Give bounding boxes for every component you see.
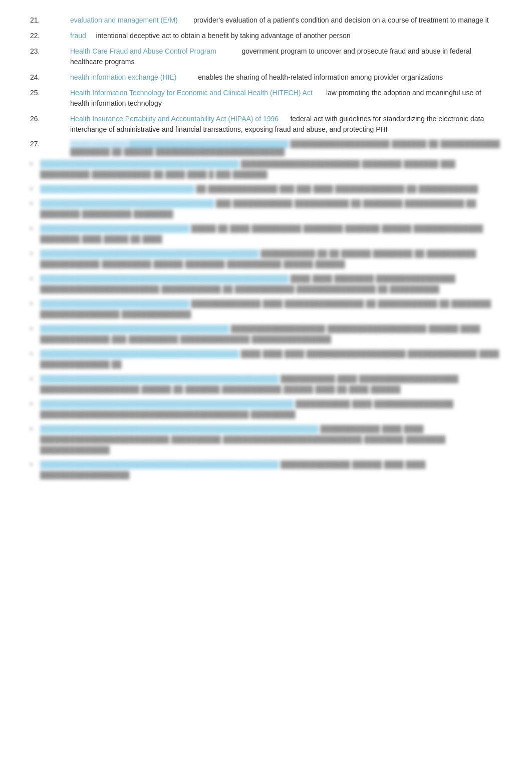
list-item: • ██████████████████████████████████████… [30, 399, 502, 420]
blurred-item-text: ████████████████████████████████████████… [40, 274, 502, 295]
bullet-dot: • [30, 248, 40, 270]
bullet-dot: • [30, 459, 40, 480]
list-item: • ██████████████████████████████████████… [30, 424, 502, 455]
bullet-dot: • [30, 399, 40, 420]
item-number: 23. [30, 46, 70, 67]
blurred-content-27: Health Information █████████████████████… [70, 140, 502, 156]
item-content: health information exchange (HIE) enable… [70, 72, 502, 83]
item-content: Health Insurance Portability and Account… [70, 114, 502, 135]
bullet-dot: • [30, 159, 40, 180]
term-link[interactable]: Health Insurance Portability and Account… [70, 115, 279, 123]
list-item: • ██████████████████████████████████████… [30, 349, 502, 370]
list-item: • ██████████████████████████████████████… [30, 159, 502, 180]
list-item: 24. health information exchange (HIE) en… [30, 72, 502, 83]
item-number: 27. [30, 140, 70, 156]
blurred-item-text: ███████████████████████████████████ ███ … [40, 198, 502, 219]
term-link[interactable]: evaluation and management (E/M) [70, 16, 178, 24]
list-item: • ███████████████████████████████████ ██… [30, 198, 502, 219]
item-content: Health Care Fraud and Abuse Control Prog… [70, 46, 502, 67]
list-item: • ██████████████████████████████████████… [30, 248, 502, 270]
list-item: 22. fraud intentional deceptive act to o… [30, 31, 502, 41]
bullet-dot: • [30, 299, 40, 320]
list-item: 25. Health Information Technology for Ec… [30, 88, 502, 109]
item-content: evaluation and management (E/M) provider… [70, 15, 502, 26]
list-item: 21. evaluation and management (E/M) prov… [30, 15, 502, 26]
blurred-item-text: ████████████████████████████████████████… [40, 159, 502, 180]
bullet-dot: • [30, 349, 40, 370]
list-item: • ██████████████████████████████ █████ █… [30, 223, 502, 244]
bullet-dot: • [30, 324, 40, 345]
blurred-item-text: ████████████████████████████████████████… [40, 349, 502, 370]
item-number: 25. [30, 88, 70, 109]
term-link[interactable]: Health Information Technology for Econom… [70, 89, 313, 97]
item-number: 24. [30, 72, 70, 83]
blurred-item-text: ████████████████████████████████████████… [40, 459, 502, 480]
term-definition: enables the sharing of health-related in… [198, 73, 443, 81]
list-item: 23. Health Care Fraud and Abuse Control … [30, 46, 502, 67]
blurred-item-text: ██████████████████████████████ █████████… [40, 299, 502, 320]
term-link[interactable]: health information exchange (HIE) [70, 73, 176, 81]
list-item: 26. Health Insurance Portability and Acc… [30, 114, 502, 135]
blurred-item-text: ███████████████████████████████ ██ █████… [40, 184, 478, 194]
item-27-section: 27. Health Information █████████████████… [30, 140, 502, 480]
term-definition: intentional deceptive act to obtain a be… [96, 32, 350, 40]
blurred-item-text: ████████████████████████████████████████… [40, 399, 502, 420]
list-item: • ██████████████████████████████████████… [30, 374, 502, 395]
list-item: • ██████████████████████████████████████… [30, 324, 502, 345]
blurred-item-text: ████████████████████████████████████████… [40, 248, 502, 270]
bullet-dot: • [30, 198, 40, 219]
item-number: 21. [30, 15, 70, 26]
glossary-list: 21. evaluation and management (E/M) prov… [30, 15, 502, 135]
blurred-item-text: ██████████████████████████████████████ █… [40, 324, 502, 345]
list-item: • ███████████████████████████████ ██ ███… [30, 184, 502, 194]
list-item: • ██████████████████████████████████████… [30, 274, 502, 295]
list-item: • ██████████████████████████████████████… [30, 459, 502, 480]
bullet-dot: • [30, 424, 40, 455]
blurred-bullet-list: • ██████████████████████████████████████… [30, 159, 502, 480]
blurred-item-text: ████████████████████████████████████████… [40, 374, 502, 395]
term-link[interactable]: fraud [70, 32, 86, 40]
blurred-item-text: ██████████████████████████████ █████ ██ … [40, 223, 502, 244]
bullet-dot: • [30, 223, 40, 244]
term-link[interactable]: Health Care Fraud and Abuse Control Prog… [70, 47, 216, 55]
blurred-item-text: ████████████████████████████████████████… [40, 424, 502, 455]
item-number: 26. [30, 114, 70, 135]
bullet-dot: • [30, 374, 40, 395]
item-27-header: 27. Health Information █████████████████… [30, 140, 502, 156]
bullet-dot: • [30, 274, 40, 295]
bullet-dot: • [30, 184, 40, 194]
item-content: fraud intentional deceptive act to obtai… [70, 31, 502, 41]
item-content: Health Information Technology for Econom… [70, 88, 502, 109]
list-item: • ██████████████████████████████ ███████… [30, 299, 502, 320]
term-definition: provider's evaluation of a patient's con… [193, 16, 489, 24]
item-number: 22. [30, 31, 70, 41]
